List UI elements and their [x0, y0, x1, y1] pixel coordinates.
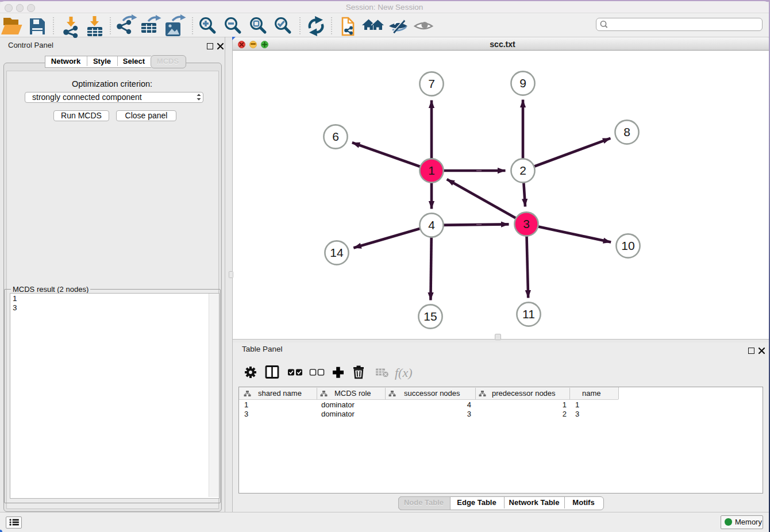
svg-text:4: 4 — [428, 218, 435, 232]
svg-text:11: 11 — [522, 307, 535, 321]
svg-text:2: 2 — [519, 164, 526, 177]
svg-text:f(x): f(x) — [395, 365, 413, 380]
svg-text:8: 8 — [623, 125, 630, 138]
svg-text:15: 15 — [424, 310, 437, 323]
svg-text:3: 3 — [523, 217, 530, 230]
svg-text:10: 10 — [621, 239, 634, 252]
svg-text:14: 14 — [330, 246, 344, 259]
svg-text:6: 6 — [332, 130, 339, 143]
svg-text:1: 1 — [428, 164, 435, 177]
svg-text:9: 9 — [519, 76, 526, 90]
svg-text:7: 7 — [428, 77, 435, 90]
